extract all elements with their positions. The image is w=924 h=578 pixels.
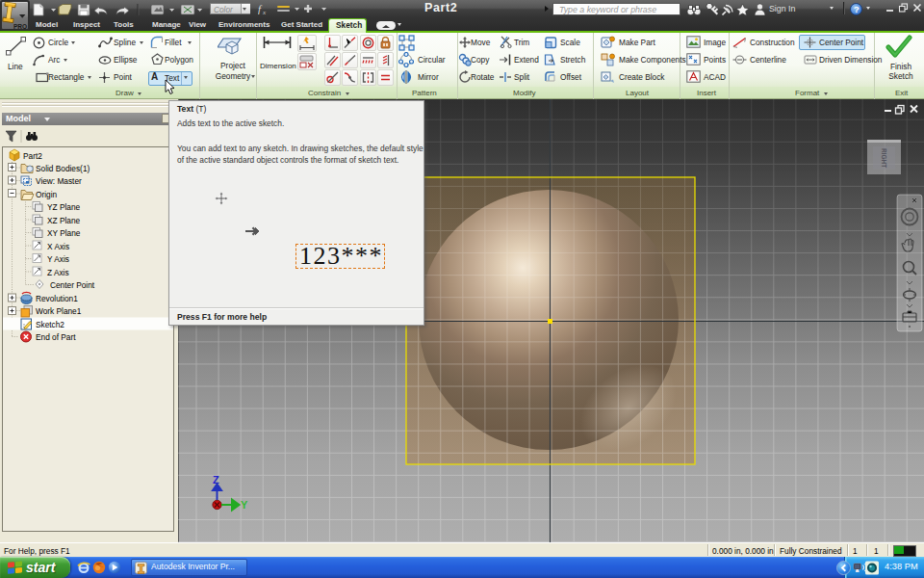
svg-text:X Axis: X Axis	[47, 242, 69, 251]
svg-text:Origin: Origin	[36, 190, 58, 199]
svg-text:Y Axis: Y Axis	[47, 254, 69, 264]
svg-text:XZ Plane: XZ Plane	[47, 216, 81, 225]
svg-text:Center Point: Center Point	[50, 280, 95, 290]
svg-text:RIGHT: RIGHT	[881, 148, 887, 168]
svg-text:x: x	[262, 9, 267, 15]
svg-text:Sketch2: Sketch2	[36, 320, 64, 329]
svg-text:End of Part: End of Part	[36, 332, 76, 342]
svg-text:Y: Y	[241, 499, 248, 511]
svg-text:Work Plane1: Work Plane1	[36, 306, 82, 316]
svg-text:Part2: Part2	[23, 151, 42, 161]
svg-text:View: Master: View: Master	[36, 176, 82, 186]
svg-text:PRO: PRO	[13, 23, 27, 30]
svg-text:XY Plane: XY Plane	[47, 228, 81, 238]
svg-text:YZ Plane: YZ Plane	[47, 202, 81, 212]
svg-text:Revolution1: Revolution1	[36, 294, 78, 303]
svg-text:Solid Bodies(1): Solid Bodies(1)	[36, 164, 90, 173]
svg-text:Z Axis: Z Axis	[47, 268, 69, 277]
